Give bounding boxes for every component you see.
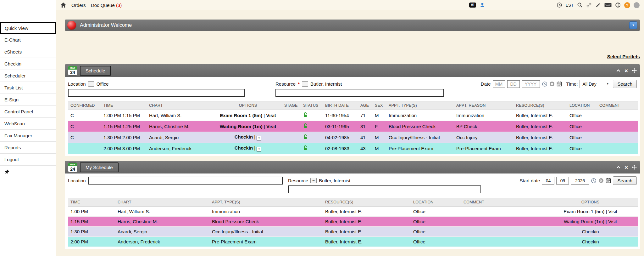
resource-collapse-button[interactable]: – (310, 178, 317, 183)
doc-queue-link[interactable]: Doc Queue (3) (91, 3, 122, 8)
option-link[interactable]: Checkin (235, 145, 253, 151)
sidebar-item-reports[interactable]: Reports (0, 142, 56, 154)
unlock-icon[interactable] (303, 112, 308, 117)
sidebar-item-control-panel[interactable]: Control Panel (0, 106, 56, 118)
sidebar-item-webscan[interactable]: WebScan (0, 118, 56, 130)
option-link[interactable]: Waiting Room (1m) (220, 124, 263, 129)
my-schedule-search-button[interactable]: Search (613, 176, 637, 185)
option-link[interactable]: Checkin (235, 134, 253, 139)
option-link[interactable]: Checkin (582, 229, 599, 234)
cell-time: 1:15 PM (68, 217, 115, 227)
location-search-input[interactable] (68, 89, 245, 97)
clear-date-icon[interactable] (598, 178, 604, 183)
schedule-search-button[interactable]: Search (613, 80, 637, 88)
help-icon[interactable]: ? (624, 2, 630, 8)
resource-search-input[interactable] (288, 185, 481, 193)
edit-pencil-icon[interactable] (595, 2, 601, 8)
option-link[interactable]: Checkin (582, 239, 599, 244)
clock-icon[interactable] (557, 2, 562, 8)
link-icon[interactable] (586, 2, 592, 8)
collapse-portlet-icon[interactable] (616, 166, 621, 169)
option-link[interactable]: Visit (266, 124, 276, 129)
cell-confirmed: C (68, 121, 101, 132)
unlock-icon[interactable] (303, 145, 308, 151)
location-collapse-button[interactable]: – (88, 81, 94, 87)
column-header-chart: CHART (147, 101, 214, 110)
user-icon[interactable] (480, 2, 485, 8)
collapse-portlet-icon[interactable] (616, 69, 621, 72)
welcome-collapse-button[interactable]: ▼ (629, 21, 637, 29)
sidebar-item-e-sign[interactable]: E-Sign (0, 94, 56, 106)
time-select[interactable]: All Day ▼ (580, 80, 611, 88)
cell-chart: Anderson, Frederick (147, 143, 214, 154)
option-link[interactable]: Exam Room 1 (5m) (564, 209, 604, 214)
location-search-input[interactable] (88, 177, 283, 185)
table-row[interactable]: 1:30 PMAcardi, SergioOcc Injury/Illness … (68, 227, 638, 237)
start-date-month-input[interactable] (542, 177, 554, 185)
select-portlets-link[interactable]: Select Portlets (607, 54, 640, 59)
option-link[interactable]: Exam Room 1 (5m) (220, 113, 262, 118)
resource-filter-group: Resource – Butler, Internist (288, 177, 481, 193)
cell-chart: Acardi, Sergio (115, 227, 209, 237)
schedule-portlet-title: Schedule (80, 66, 111, 76)
cell-comment (597, 121, 638, 132)
sidebar-item-fax-manager[interactable]: Fax Manager (0, 130, 56, 142)
cell-stage (282, 143, 301, 154)
table-row[interactable]: 1:00 PMHart, William S.ImmunizationButle… (68, 207, 638, 217)
close-portlet-icon[interactable]: × (625, 68, 628, 74)
date-day-input[interactable] (507, 80, 520, 88)
sidebar-item-task-list[interactable]: Task List (0, 82, 56, 94)
option-link[interactable]: Visit (266, 113, 276, 118)
pin-icon[interactable] (0, 166, 56, 175)
cell-age: 71 (358, 110, 372, 121)
cell-location: Office (411, 237, 461, 247)
option-link[interactable]: Visit (608, 209, 617, 214)
date-month-input[interactable] (493, 80, 505, 88)
unlock-icon[interactable] (303, 123, 308, 128)
table-row[interactable]: C1:15 PM 1:25 PMHarris, Christine M.Wait… (68, 121, 638, 132)
sidebar-item-scheduler[interactable]: Scheduler (0, 70, 56, 82)
resource-search-input[interactable] (275, 89, 444, 97)
globe-icon[interactable] (615, 2, 621, 8)
unlock-icon[interactable] (303, 134, 308, 139)
location-filter-group: Location – Office (68, 80, 275, 97)
option-link[interactable]: Visit (608, 219, 617, 224)
start-date-day-input[interactable] (556, 177, 569, 185)
home-icon[interactable] (60, 2, 66, 8)
sidebar-item-e-chart[interactable]: E-Chart (0, 34, 56, 46)
move-portlet-icon[interactable] (632, 165, 637, 170)
table-row[interactable]: C1:00 PM 1:15 PMHart, William S.Exam Roo… (68, 110, 638, 121)
sidebar-item-checkin[interactable]: Checkin (0, 58, 56, 70)
cell-appt_type: Immunization (209, 207, 323, 217)
table-row[interactable]: C1:30 PM 2:00 PMAcardi, SergioCheckin | … (68, 132, 638, 143)
time-picker-icon[interactable] (591, 178, 597, 184)
sidebar-item-quick-view[interactable]: Quick View (0, 22, 56, 34)
start-date-year-input[interactable] (571, 177, 589, 185)
resource-collapse-button[interactable]: – (302, 81, 308, 87)
table-row[interactable]: 2:00 PM 3:00 PMAnderson, FrederickChecki… (68, 143, 638, 154)
sidebar-item-esheets[interactable]: eSheets (0, 46, 56, 58)
close-portlet-icon[interactable]: × (625, 164, 628, 170)
search-icon[interactable] (577, 2, 583, 8)
cell-time: 2:00 PM 3:00 PM (101, 143, 147, 154)
table-row[interactable]: 2:00 PMAnderson, FrederickPre-Placement … (68, 237, 638, 247)
sidebar-item-logout[interactable]: Logout (0, 154, 56, 166)
cell-appt_type: Blood Pressure Check (386, 121, 454, 132)
orders-link[interactable]: Orders (71, 3, 86, 8)
keyboard-icon[interactable] (604, 3, 612, 7)
date-label: Date (481, 81, 491, 87)
table-row[interactable]: 1:15 PMHarris, Christine M.Blood Pressur… (68, 217, 638, 227)
clear-date-icon[interactable] (549, 81, 555, 87)
time-picker-icon[interactable] (542, 81, 547, 87)
calendar-picker-icon[interactable] (606, 178, 611, 183)
expand-plus-icon[interactable]: + (257, 147, 261, 151)
calendar-picker-icon[interactable] (557, 81, 562, 87)
column-header-birth_date: BIRTH DATE (323, 101, 358, 110)
date-year-input[interactable] (522, 80, 540, 88)
ai-badge[interactable]: AI (469, 3, 476, 8)
move-portlet-icon[interactable] (632, 68, 637, 73)
option-link[interactable]: Waiting Room (1m) (564, 219, 604, 224)
schedule-table: CONFIRMEDTIMECHARTOPTIONSSTAGESTATUSBIRT… (68, 101, 638, 154)
cell-options: Checkin | + (214, 143, 282, 154)
expand-plus-icon[interactable]: + (257, 136, 261, 140)
